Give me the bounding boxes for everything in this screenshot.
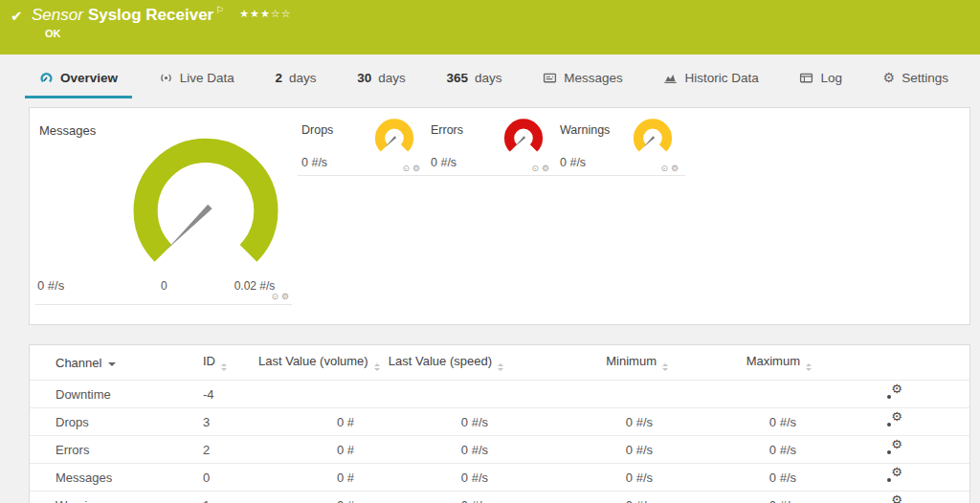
channel-id: -4 — [202, 381, 257, 408]
gear-icon: ⚙ — [891, 465, 902, 479]
tab-label: days — [378, 71, 406, 85]
channel-id: 0 — [202, 464, 257, 492]
status-check-icon: ✔ — [11, 8, 23, 25]
gear-mini-icon[interactable]: ⚙ — [542, 164, 552, 173]
tab-number: 2 — [275, 71, 282, 85]
column-label: Maximum — [746, 354, 800, 368]
status-badge: OK — [45, 28, 61, 39]
gauge-label: Warnings — [560, 123, 610, 137]
gauge-mini-icons[interactable]: ⊙⚙ — [660, 164, 681, 173]
gauges-panel: Messages 0 #/s 0 0.02 #/s ⊙⚙ Drops 0 #/s… — [29, 107, 970, 325]
flag-icon: ⚐ — [215, 5, 224, 15]
gauge-cell-drops[interactable]: Drops 0 #/s ⊙⚙ — [298, 116, 427, 176]
tab-label: Overview — [60, 71, 118, 85]
drops-gauge-dial — [368, 116, 421, 159]
gear-mini-icon[interactable]: ⚙ — [281, 292, 292, 301]
channel-settings-icon[interactable]: ⚙ — [886, 496, 902, 503]
tab-30-days[interactable]: 30 days — [343, 55, 420, 100]
maximum-value — [676, 381, 819, 408]
tab-live-data[interactable]: Live Data — [145, 55, 249, 100]
last-value-volume — [257, 381, 377, 408]
gauge-current-value: 0 #/s — [431, 156, 457, 169]
tab-365-days[interactable]: 365 days — [432, 55, 516, 100]
minimum-value — [511, 381, 676, 408]
tab-label: days — [289, 71, 317, 85]
gauge-cell-warnings[interactable]: Warnings 0 #/s ⊙⚙ — [556, 116, 685, 176]
page-title: SensorSyslog Receiver⚐★★★☆☆ — [32, 5, 292, 25]
last-value-speed — [377, 381, 511, 408]
channel-name: Drops — [30, 408, 202, 436]
column-header-minimum[interactable]: Minimum — [511, 345, 676, 381]
column-label: ID — [203, 354, 215, 368]
tab-label: Historic Data — [684, 71, 758, 85]
last-value-speed: 0 #/s — [377, 492, 511, 503]
last-value-speed: 0 #/s — [377, 408, 511, 436]
last-value-volume: 0 # — [257, 436, 377, 464]
column-label: Last Value (speed) — [389, 354, 492, 368]
column-label: Last Value (volume) — [258, 354, 368, 368]
target-mini-icon[interactable]: ⊙ — [531, 164, 542, 173]
sensor-banner: ✔ SensorSyslog Receiver⚐★★★☆☆ OK — [0, 0, 980, 55]
tab-label: Log — [820, 71, 842, 85]
tab-overview[interactable]: Overview — [25, 55, 132, 100]
tab-label: Live Data — [180, 71, 234, 85]
last-value-speed: 0 #/s — [377, 436, 511, 464]
last-value-volume: 0 # — [257, 408, 377, 436]
tab-historic-data[interactable]: Historic Data — [649, 55, 772, 100]
column-label: Minimum — [606, 354, 657, 368]
gauge-needle — [514, 136, 525, 147]
gauge-cell-errors[interactable]: Errors 0 #/s ⊙⚙ — [427, 116, 556, 176]
channel-settings-icon[interactable]: ⚙ — [886, 441, 902, 455]
gauge-mini-icons[interactable]: ⊙⚙ — [402, 164, 423, 173]
tab-label: Messages — [564, 71, 623, 85]
gauge-cell-messages[interactable]: Messages 0 #/s 0 0.02 #/s ⊙⚙ — [35, 114, 292, 305]
gear-mini-icon[interactable]: ⚙ — [412, 164, 423, 173]
gauge-max-label: 0.02 #/s — [223, 279, 286, 293]
gauge-current-value: 0 #/s — [301, 156, 327, 169]
channel-settings-icon[interactable]: ⚙ — [886, 385, 902, 400]
channel-id: 1 — [202, 492, 257, 503]
last-value-speed: 0 #/s — [377, 464, 511, 492]
tab-2-days[interactable]: 2 days — [260, 55, 330, 100]
messages-icon — [543, 71, 557, 85]
table-row-messages: Messages 0 0 # 0 #/s 0 #/s 0 #/s ⚙ — [30, 464, 969, 492]
column-header-id[interactable]: ID — [202, 345, 257, 381]
gear-mini-icon[interactable]: ⚙ — [671, 164, 681, 173]
tab-messages[interactable]: Messages — [528, 55, 637, 100]
warnings-gauge-dial — [626, 116, 679, 159]
priority-stars[interactable]: ★★★☆☆ — [239, 8, 291, 20]
maximum-value: 0 #/s — [676, 464, 819, 492]
tab-bar: Overview Live Data 2 days 30 days 365 da… — [0, 55, 980, 100]
target-mini-icon[interactable]: ⊙ — [660, 164, 671, 173]
tab-settings[interactable]: ⚙ Settings — [869, 55, 963, 100]
gauge-label: Errors — [431, 123, 463, 137]
tab-label: Settings — [902, 71, 948, 85]
table-row-warnings: Warnings 1 0 # 0 #/s 0 #/s 0 #/s ⚙ — [30, 492, 969, 503]
column-header-channel[interactable]: Channel — [30, 345, 202, 381]
gauge-arc — [638, 123, 667, 148]
table-row-drops: Drops 3 0 # 0 #/s 0 #/s 0 #/s ⚙ — [30, 408, 969, 436]
gauge-mini-icons[interactable]: ⊙⚙ — [271, 292, 292, 301]
channel-settings-icon[interactable]: ⚙ — [886, 469, 902, 483]
maximum-value: 0 #/s — [676, 436, 819, 464]
gauge-label: Messages — [39, 123, 96, 138]
column-header-last-value-speed[interactable]: Last Value (speed) — [377, 345, 511, 381]
channel-name: Messages — [30, 464, 202, 492]
channels-panel: Channel ID Last Value (volume) Last Valu… — [29, 344, 970, 503]
target-mini-icon[interactable]: ⊙ — [271, 292, 281, 301]
sort-icon — [662, 363, 668, 371]
tab-log[interactable]: Log — [785, 55, 857, 100]
target-mini-icon[interactable]: ⊙ — [402, 164, 412, 173]
channel-settings-icon[interactable]: ⚙ — [886, 413, 902, 427]
sort-icon — [374, 363, 380, 371]
channel-name: Downtime — [30, 381, 202, 408]
sort-icon — [806, 363, 812, 371]
column-header-maximum[interactable]: Maximum — [676, 345, 819, 381]
gauge-icon — [39, 71, 54, 85]
channel-id: 3 — [202, 408, 257, 436]
sort-icon — [221, 363, 227, 371]
gauge-mini-icons[interactable]: ⊙⚙ — [531, 164, 552, 173]
gear-icon: ⚙ — [891, 437, 902, 451]
column-header-last-value-volume[interactable]: Last Value (volume) — [257, 345, 377, 381]
gauge-min-label: 0 — [161, 279, 167, 293]
